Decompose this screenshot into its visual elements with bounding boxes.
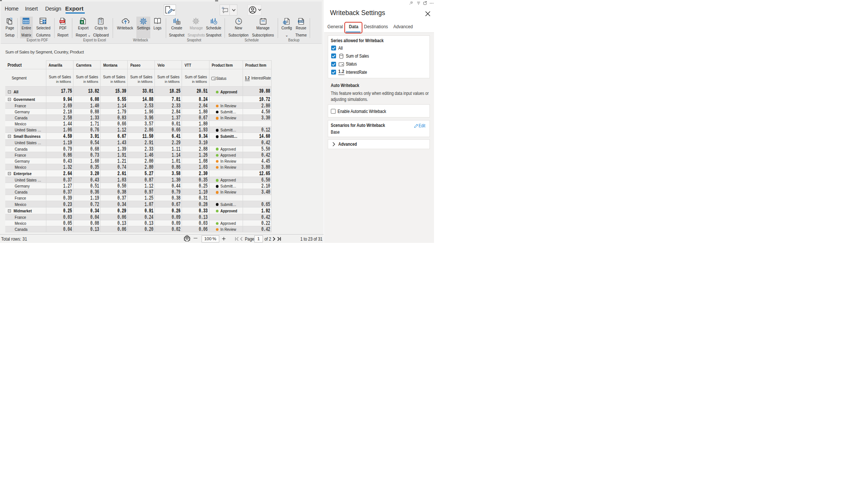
svg-text:JSON: JSON xyxy=(298,21,303,23)
svg-text:X: X xyxy=(81,20,83,24)
svg-text:PDF: PDF xyxy=(60,20,64,23)
